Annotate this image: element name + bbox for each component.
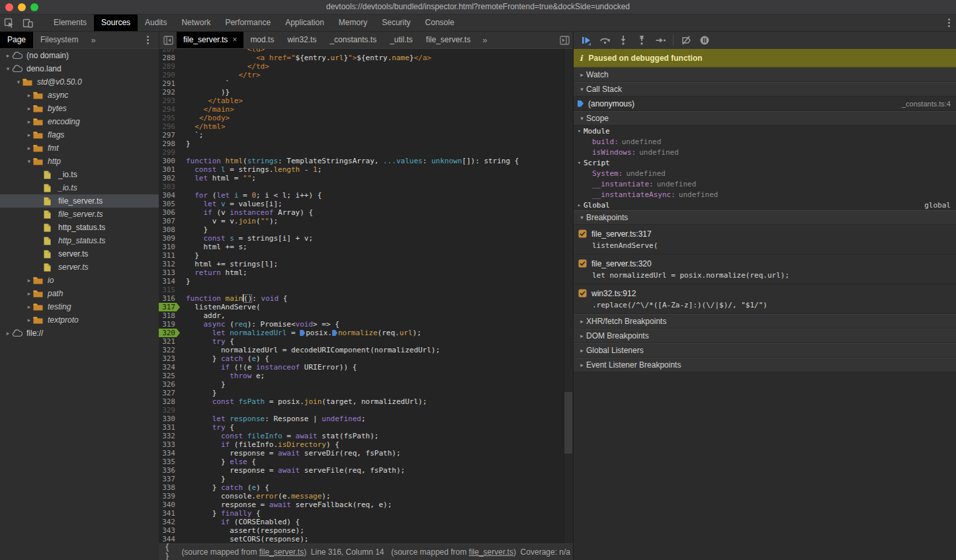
line-number[interactable]: 290 bbox=[159, 71, 180, 79]
tree-item-http-status-ts[interactable]: http_status.ts bbox=[0, 234, 159, 247]
tree-item-file[interactable]: ▸file:// bbox=[0, 327, 159, 340]
line-number[interactable]: 323 bbox=[159, 354, 180, 363]
tree-item-path[interactable]: ▸path bbox=[0, 287, 159, 300]
section-watch[interactable]: ▸Watch bbox=[574, 67, 956, 82]
scope-property[interactable]: isWindows:undefined bbox=[574, 147, 956, 157]
line-number[interactable]: 334 bbox=[159, 449, 180, 458]
breakpoint-entry-0[interactable]: file_server.ts:317listenAndServe( bbox=[574, 225, 956, 255]
code-text[interactable]: throw e; bbox=[180, 372, 265, 380]
chevron-right-icon[interactable]: ▸ bbox=[25, 105, 33, 112]
line-number[interactable]: 321 bbox=[159, 337, 180, 346]
editor-tab-file-server-ts-0[interactable]: file_server.ts× bbox=[177, 32, 243, 48]
code-text[interactable]: const fsPath = posix.join(target, normal… bbox=[180, 397, 427, 406]
code-text[interactable]: console.error(e.message); bbox=[180, 492, 331, 500]
breakpoint-line-number[interactable]: 320 bbox=[159, 329, 180, 337]
chevron-right-icon[interactable]: ▸ bbox=[25, 277, 33, 284]
inline-breakpoint-icon[interactable] bbox=[332, 330, 337, 336]
section-global-listeners[interactable]: ▸Global Listeners bbox=[574, 343, 956, 358]
line-number[interactable]: 313 bbox=[159, 268, 180, 277]
code-text[interactable]: <a href="${entry.url}">${entry.name}</a> bbox=[180, 54, 431, 62]
code-text[interactable]: </td> bbox=[180, 62, 269, 71]
close-tab-icon[interactable]: × bbox=[232, 35, 237, 44]
scope-property[interactable]: build:undefined bbox=[574, 136, 956, 147]
step-out-icon[interactable] bbox=[633, 32, 650, 48]
code-text[interactable]: </body> bbox=[180, 114, 230, 122]
line-number[interactable]: 297 bbox=[159, 131, 180, 140]
section-xhr-fetch-breakpoints[interactable]: ▸XHR/fetch Breakpoints bbox=[574, 314, 956, 329]
breakpoint-checkbox[interactable] bbox=[578, 229, 587, 238]
code-text[interactable]: async (req): Promise<void> => { bbox=[180, 320, 339, 329]
line-number[interactable]: 288 bbox=[159, 54, 180, 62]
scope-group-global[interactable]: ▸Globalglobal bbox=[574, 200, 956, 210]
code-text[interactable]: } bbox=[180, 475, 226, 483]
tab-audits[interactable]: Audits bbox=[138, 15, 174, 31]
editor-tab-constants-ts-3[interactable]: _constants.ts bbox=[323, 32, 383, 48]
line-number[interactable]: 308 bbox=[159, 225, 180, 234]
chevron-down-icon[interactable]: ▾ bbox=[25, 158, 33, 165]
call-stack-frame[interactable]: (anonymous)_constants.ts:4 bbox=[574, 97, 956, 111]
chevron-right-icon[interactable]: ▸ bbox=[25, 92, 33, 99]
code-viewport[interactable]: 287 <td>288 <a href="${entry.url}">${ent… bbox=[159, 49, 573, 543]
line-number[interactable]: 306 bbox=[159, 208, 180, 217]
code-text[interactable] bbox=[180, 182, 186, 191]
scope-group-module[interactable]: ▾Module bbox=[574, 126, 956, 136]
code-text[interactable]: function html(strings: TemplateStringsAr… bbox=[180, 157, 519, 165]
tree-item-fmt[interactable]: ▸fmt bbox=[0, 141, 159, 155]
line-number[interactable]: 291 bbox=[159, 79, 180, 88]
editor-tab-win32-ts-2[interactable]: win32.ts bbox=[281, 32, 323, 48]
chevron-right-icon[interactable]: ▸ bbox=[25, 145, 33, 151]
code-text[interactable]: </table> bbox=[180, 97, 243, 105]
scrollbar-thumb[interactable] bbox=[564, 392, 572, 454]
section-call-stack[interactable]: ▾Call Stack bbox=[574, 82, 956, 97]
hide-navigator-icon[interactable] bbox=[159, 32, 177, 48]
tree-item-http[interactable]: ▾http bbox=[0, 155, 159, 168]
inline-breakpoint-icon[interactable] bbox=[300, 330, 305, 336]
line-number[interactable]: 289 bbox=[159, 62, 180, 71]
line-number[interactable]: 329 bbox=[159, 406, 180, 415]
pause-on-exceptions-icon[interactable] bbox=[696, 32, 713, 48]
code-text[interactable]: } catch (e) { bbox=[180, 483, 269, 492]
line-number[interactable]: 326 bbox=[159, 380, 180, 389]
line-number[interactable]: 324 bbox=[159, 363, 180, 372]
line-number[interactable]: 319 bbox=[159, 320, 180, 329]
code-text[interactable]: try { bbox=[180, 423, 234, 432]
line-number[interactable]: 330 bbox=[159, 415, 180, 423]
tab-network[interactable]: Network bbox=[174, 15, 218, 31]
code-text[interactable]: } bbox=[180, 389, 216, 397]
line-number[interactable]: 295 bbox=[159, 114, 180, 122]
tree-item-file-server-ts[interactable]: file_server.ts bbox=[0, 194, 159, 208]
line-number[interactable]: 304 bbox=[159, 191, 180, 200]
tree-item-io-ts[interactable]: _io.ts bbox=[0, 168, 159, 181]
code-text[interactable] bbox=[180, 286, 186, 294]
line-number[interactable]: 343 bbox=[159, 526, 180, 535]
inspect-icon[interactable] bbox=[0, 15, 19, 31]
chevron-right-icon[interactable]: ▸ bbox=[25, 303, 33, 310]
line-number[interactable]: 312 bbox=[159, 260, 180, 268]
tree-item-file-server-ts[interactable]: file_server.ts bbox=[0, 208, 159, 221]
show-debugger-sidebar-icon[interactable] bbox=[556, 32, 573, 48]
code-text[interactable]: function main(): void { bbox=[180, 294, 287, 303]
chevron-right-icon[interactable]: ▸ bbox=[25, 290, 33, 297]
code-text[interactable]: } bbox=[180, 225, 208, 234]
tree-item-textproto[interactable]: ▸textproto bbox=[0, 313, 159, 327]
code-text[interactable]: response = await serveDir(req, fsPath); bbox=[180, 449, 401, 458]
code-text[interactable]: return html; bbox=[180, 268, 247, 277]
source-mapped-link[interactable]: file_server.ts bbox=[259, 547, 304, 557]
tree-item-encoding[interactable]: ▸encoding bbox=[0, 115, 159, 128]
code-text[interactable]: </html> bbox=[180, 122, 226, 131]
line-number[interactable]: 307 bbox=[159, 217, 180, 225]
tree-item-bytes[interactable]: ▸bytes bbox=[0, 102, 159, 115]
tab-performance[interactable]: Performance bbox=[218, 15, 278, 31]
code-text[interactable]: } bbox=[180, 380, 226, 389]
section-scope[interactable]: ▾Scope bbox=[574, 111, 956, 126]
line-number[interactable]: 296 bbox=[159, 122, 180, 131]
code-text[interactable]: if (v instanceof Array) { bbox=[180, 208, 313, 217]
tree-item-std-v0-50-0[interactable]: ▾std@v0.50.0 bbox=[0, 75, 159, 89]
code-text[interactable]: ` bbox=[180, 79, 230, 88]
code-text[interactable]: let normalizedUrl = posix.normalize(req.… bbox=[180, 329, 421, 337]
tree-item-io[interactable]: ▸io bbox=[0, 274, 159, 287]
code-text[interactable]: if (fileInfo.isDirectory) { bbox=[180, 440, 339, 449]
editor-tab-util-ts-4[interactable]: _util.ts bbox=[383, 32, 419, 48]
line-number[interactable]: 327 bbox=[159, 389, 180, 397]
scope-property[interactable]: __instantiate:undefined bbox=[574, 179, 956, 189]
